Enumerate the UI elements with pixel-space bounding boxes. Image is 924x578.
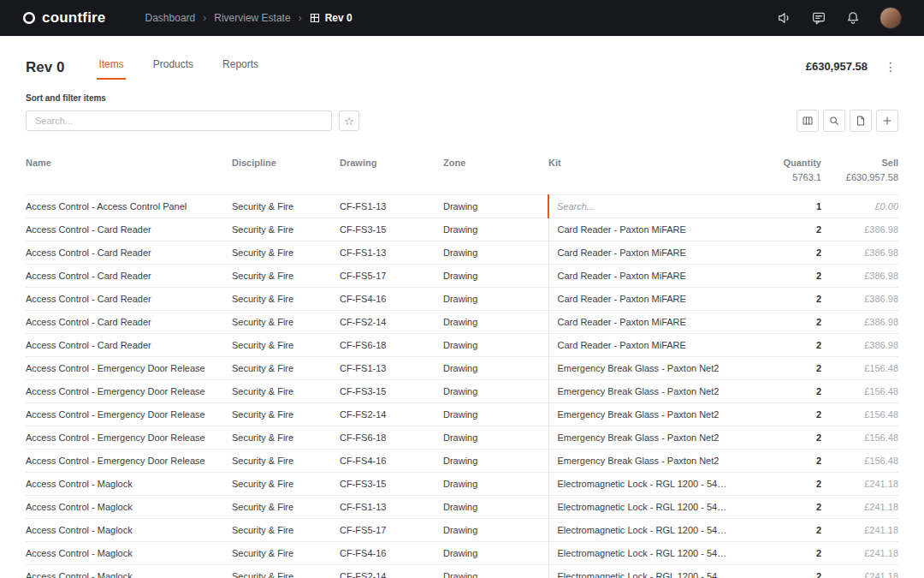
cell-discipline: Security & Fire [232,542,340,565]
table-row[interactable]: Access Control - Emergency Door Release … [26,450,898,473]
table-row[interactable]: Access Control - Card Reader Security & … [26,241,898,265]
cell-quantity: 2 [739,265,821,288]
cell-drawing: CF-FS1-13 [340,357,443,380]
more-options-icon[interactable]: ⋮ [883,61,898,73]
cell-name: Access Control - Card Reader [26,265,232,288]
table-row[interactable]: Access Control - Maglock Security & Fire… [26,496,898,519]
tabs: ItemsProductsReports [97,58,260,80]
logo[interactable]: countfire [22,9,106,27]
table-row[interactable]: Access Control - Maglock Security & Fire… [26,473,898,496]
cell-kit[interactable]: Emergency Break Glass - Paxton Net2 [548,450,739,473]
cell-zone: Drawing [443,542,548,565]
search-icon [828,115,840,127]
table-row[interactable]: Access Control - Emergency Door Release … [26,403,898,426]
export-button[interactable] [850,110,872,132]
column-header-name[interactable]: Name [26,158,232,172]
table-row[interactable]: Access Control - Maglock Security & Fire… [26,519,898,542]
table-row[interactable]: Access Control - Card Reader Security & … [26,265,898,288]
star-icon: ☆ [344,115,354,128]
cell-drawing: CF-FS3-15 [340,380,443,403]
cell-quantity: 2 [739,241,821,265]
cell-kit[interactable]: Electromagnetic Lock - RGL 1200 - 545 KG [548,496,739,519]
breadcrumb-current: Rev 0 [310,12,352,24]
cell-discipline: Security & Fire [232,496,340,519]
tab-items[interactable]: Items [97,58,125,80]
cell-kit[interactable]: Emergency Break Glass - Paxton Net2 [548,380,739,403]
column-header-sell[interactable]: Sell [821,158,898,172]
cell-quantity: 2 [739,357,821,380]
cell-name: Access Control - Card Reader [26,218,232,241]
cell-drawing: CF-FS1-13 [340,195,443,218]
cell-quantity: 2 [739,542,821,565]
cell-kit[interactable]: Electromagnetic Lock - RGL 1200 - 545 KG [548,565,739,578]
cell-quantity: 2 [739,403,821,426]
cell-drawing: CF-FS1-13 [340,496,443,519]
column-header-discipline[interactable]: Discipline [232,158,340,172]
add-item-button[interactable] [876,110,898,132]
cell-kit[interactable]: Card Reader - Paxton MiFARE [548,334,739,357]
cell-kit[interactable]: Emergency Break Glass - Paxton Net2 [548,357,739,380]
table-row[interactable]: Access Control - Maglock Security & Fire… [26,565,898,578]
cell-name: Access Control - Maglock [26,542,232,565]
cell-sell: £241.18 [821,542,898,565]
column-header-zone[interactable]: Zone [443,158,548,172]
table-row[interactable]: Access Control - Card Reader Security & … [26,218,898,241]
cell-kit[interactable]: Card Reader - Paxton MiFARE [548,288,739,311]
search-input[interactable] [26,110,332,131]
cell-discipline: Security & Fire [232,195,340,218]
star-filter-button[interactable]: ☆ [339,110,359,131]
cell-zone: Drawing [443,450,548,473]
cell-zone: Drawing [443,288,548,311]
cell-zone: Drawing [443,473,548,496]
cell-kit[interactable]: Emergency Break Glass - Paxton Net2 [548,403,739,426]
cell-quantity: 2 [739,473,821,496]
cell-sell: £156.48 [821,450,898,473]
cell-drawing: CF-FS3-15 [340,473,443,496]
column-header-kit[interactable]: Kit [548,158,739,172]
cell-kit[interactable]: Card Reader - Paxton MiFARE [548,311,739,334]
cell-name: Access Control - Card Reader [26,288,232,311]
table-row[interactable]: Access Control - Card Reader Security & … [26,311,898,334]
cell-sell: £0.00 [821,195,898,218]
cell-kit[interactable]: Emergency Break Glass - Paxton Net2 [548,426,739,450]
cell-kit[interactable]: Electromagnetic Lock - RGL 1200 - 545 KG [548,542,739,565]
table-toolbar [797,110,898,132]
table-row[interactable]: Access Control - Card Reader Security & … [26,334,898,357]
table-row[interactable]: Access Control - Access Control Panel Se… [26,195,898,218]
cell-quantity: 2 [739,426,821,450]
cell-sell: £156.48 [821,426,898,450]
tab-products[interactable]: Products [151,58,195,80]
announcements-icon[interactable] [777,10,792,26]
table-row[interactable]: Access Control - Emergency Door Release … [26,426,898,450]
avatar[interactable] [880,7,902,29]
cell-zone: Drawing [443,496,548,519]
table-row[interactable]: Access Control - Maglock Security & Fire… [26,542,898,565]
columns-button[interactable] [797,110,819,132]
logo-ring-icon [22,11,36,25]
cell-kit[interactable]: Card Reader - Paxton MiFARE [548,241,739,265]
table-row[interactable]: Access Control - Card Reader Security & … [26,288,898,311]
cell-sell: £156.48 [821,380,898,403]
cell-drawing: CF-FS2-14 [340,311,443,334]
cell-name: Access Control - Access Control Panel [26,195,232,218]
cell-kit[interactable]: Search... [548,195,739,218]
cell-kit[interactable]: Card Reader - Paxton MiFARE [548,218,739,241]
table-row[interactable]: Access Control - Emergency Door Release … [26,357,898,380]
topbar: countfire Dashboard › Riverview Estate ›… [0,0,924,36]
breadcrumb-dashboard[interactable]: Dashboard [145,12,196,24]
logo-text: countfire [42,9,106,27]
tab-reports[interactable]: Reports [221,58,260,80]
breadcrumb-project[interactable]: Riverview Estate [214,12,290,24]
cell-quantity: 2 [739,218,821,241]
search-table-button[interactable] [823,110,845,132]
notifications-icon[interactable] [845,10,861,26]
cell-drawing: CF-FS2-14 [340,403,443,426]
table-row[interactable]: Access Control - Emergency Door Release … [26,380,898,403]
cell-kit[interactable]: Electromagnetic Lock - RGL 1200 - 545 KG [548,473,739,496]
cell-kit[interactable]: Electromagnetic Lock - RGL 1200 - 545 KG [548,519,739,542]
cell-name: Access Control - Maglock [26,496,232,519]
column-header-drawing[interactable]: Drawing [340,158,443,172]
column-header-quantity[interactable]: Quantity [739,158,821,172]
feedback-icon[interactable] [811,10,826,26]
cell-kit[interactable]: Card Reader - Paxton MiFARE [548,265,739,288]
